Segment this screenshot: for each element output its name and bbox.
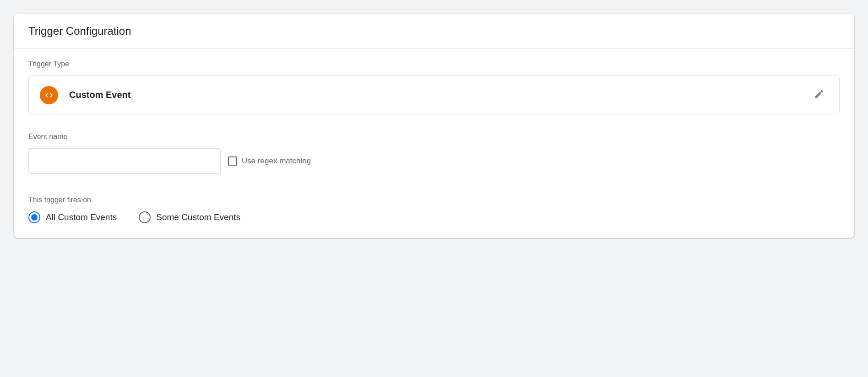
trigger-type-label: Trigger Type: [28, 60, 840, 68]
radio-some-custom-events[interactable]: Some Custom Events: [139, 211, 240, 223]
event-name-label: Event name: [28, 133, 840, 141]
card-header: Trigger Configuration: [14, 14, 854, 49]
code-icon: [40, 86, 58, 104]
regex-checkbox[interactable]: [228, 156, 237, 166]
event-name-input[interactable]: [28, 148, 221, 174]
pencil-icon: [814, 89, 825, 101]
radio-label-all: All Custom Events: [46, 212, 117, 222]
event-name-row: Use regex matching: [28, 148, 840, 174]
radio-inner-dot: [31, 214, 38, 221]
trigger-type-info: Custom Event: [40, 86, 130, 104]
trigger-type-name: Custom Event: [69, 90, 130, 100]
card-body: Trigger Type Custom Event Event name Use…: [14, 49, 854, 238]
card-title: Trigger Configuration: [28, 25, 840, 38]
trigger-config-card: Trigger Configuration Trigger Type Custo…: [14, 14, 854, 238]
fires-on-radio-group: All Custom Events Some Custom Events: [28, 211, 840, 223]
regex-checkbox-group[interactable]: Use regex matching: [228, 156, 311, 166]
edit-trigger-type-button[interactable]: [810, 85, 828, 105]
radio-all-custom-events[interactable]: All Custom Events: [28, 211, 117, 223]
fires-on-label: This trigger fires on: [28, 196, 840, 204]
radio-button-unselected: [139, 211, 151, 223]
radio-label-some: Some Custom Events: [156, 212, 240, 222]
radio-button-selected: [28, 211, 40, 223]
trigger-type-selector[interactable]: Custom Event: [28, 75, 840, 114]
regex-checkbox-label: Use regex matching: [242, 156, 311, 166]
